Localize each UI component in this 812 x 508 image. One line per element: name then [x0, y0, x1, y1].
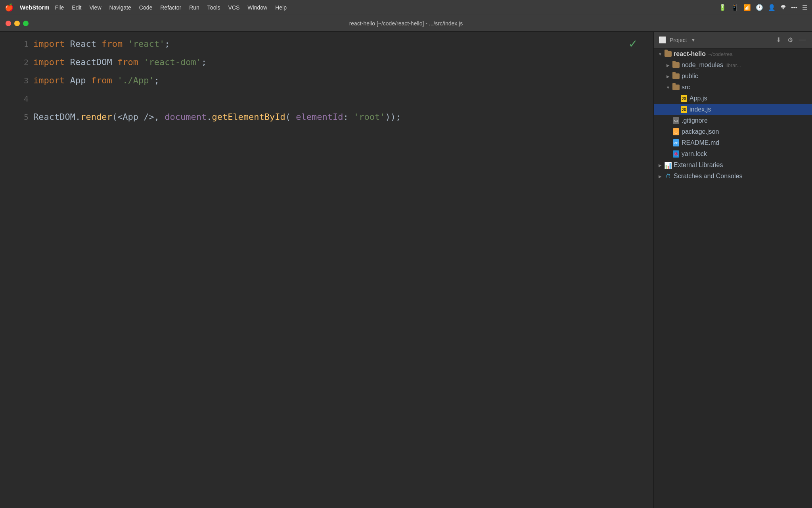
keyword-from-1: from: [102, 35, 128, 53]
semicolon-3: ;: [154, 71, 159, 90]
tree-item-readme[interactable]: MD README.md: [654, 137, 812, 148]
line-number-5: 5: [24, 108, 29, 126]
user-icon: 👤: [768, 4, 776, 11]
menu-run[interactable]: Run: [185, 3, 203, 12]
tree-label-scratches: Scratches and Consoles: [674, 173, 742, 180]
titlebar: react-hello [~/code/react-hello] - .../s…: [0, 15, 812, 32]
line-numbers: ▼ 1 ▶ 2 ▼ 3 4 ▶: [0, 32, 32, 508]
external-libs-icon: 📊: [664, 161, 672, 169]
window-title: react-hello [~/code/react-hello] - .../s…: [349, 20, 463, 27]
tree-label-readme: README.md: [682, 139, 719, 146]
tree-item-src[interactable]: ▼ src: [654, 82, 812, 93]
expand-public-icon[interactable]: ▶: [665, 73, 671, 79]
dot-1: .: [75, 108, 80, 126]
js-icon-index: JS: [680, 106, 688, 114]
tree-item-root[interactable]: ▼ react-hello ~/code/rea: [654, 48, 812, 60]
menubar: 🍎 WebStorm File Edit View Navigate Code …: [0, 0, 812, 15]
code-line-4: [32, 90, 653, 108]
gutter-line-1: ▼ 1: [0, 35, 29, 53]
fn-render: render: [80, 108, 112, 126]
list-icon: ☰: [802, 4, 807, 11]
apple-menu[interactable]: 🍎: [5, 3, 13, 12]
code-line-1: import React from 'react' ;: [32, 35, 653, 53]
json-icon-package: { }: [672, 128, 680, 136]
line-number-4: 4: [24, 90, 29, 108]
project-panel-icon: ⬜: [659, 36, 666, 44]
traffic-lights: [6, 21, 29, 26]
menu-navigate[interactable]: Navigate: [105, 3, 135, 12]
gutter-line-3: ▼ 3: [0, 71, 29, 90]
hide-panel-icon[interactable]: —: [798, 35, 807, 44]
js-icon-app: JS: [680, 94, 688, 102]
spacer-package-json: [665, 129, 671, 135]
gitignore-icon: GI: [672, 117, 680, 125]
tree-item-node-modules[interactable]: ▶ node_modules librar...: [654, 60, 812, 71]
expand-src-icon[interactable]: ▼: [665, 84, 671, 90]
wifi-icon: 📶: [743, 4, 751, 11]
menu-file[interactable]: File: [51, 3, 68, 12]
yarn-icon: 🧶: [672, 150, 680, 158]
collapse-all-icon[interactable]: ⬇: [774, 35, 783, 44]
tree-item-public[interactable]: ▶ public: [654, 71, 812, 82]
keyword-import-1: import: [33, 35, 70, 53]
settings-icon[interactable]: ⚙: [786, 35, 795, 44]
tree-item-yarn-lock[interactable]: 🧶 yarn.lock: [654, 148, 812, 160]
line-number-3: 3: [24, 71, 29, 90]
app-name[interactable]: WebStorm: [20, 4, 50, 11]
line-number-1: 1: [24, 35, 29, 53]
expand-scratches-icon[interactable]: ▶: [657, 173, 663, 179]
expand-node-modules-icon[interactable]: ▶: [665, 62, 671, 68]
md-icon-readme: MD: [672, 139, 680, 147]
string-root: 'root': [354, 108, 385, 126]
folder-icon-src: [672, 83, 680, 91]
tree-item-app-js[interactable]: JS App.js: [654, 93, 812, 104]
paren-open-2: (: [285, 108, 296, 126]
folder-icon-node-modules: [672, 61, 680, 69]
editor-area[interactable]: ▼ 1 ▶ 2 ▼ 3 4 ▶: [0, 32, 653, 508]
menu-view[interactable]: View: [85, 3, 105, 12]
code-lines[interactable]: import React from 'react' ; import React…: [32, 32, 653, 508]
tree-label-index-js: index.js: [689, 106, 711, 113]
tree-item-gitignore[interactable]: GI .gitignore: [654, 115, 812, 126]
sidebar-title: Project: [670, 37, 687, 43]
gutter-line-4: 4: [0, 90, 29, 108]
project-tree[interactable]: ▼ react-hello ~/code/rea ▶ node_modules …: [654, 48, 812, 508]
menu-code[interactable]: Code: [135, 3, 156, 12]
tree-label-external-libs: External Libraries: [674, 162, 723, 169]
check-indicator: ✓: [628, 37, 638, 50]
code-editor[interactable]: ▼ 1 ▶ 2 ▼ 3 4 ▶: [0, 32, 653, 508]
fn-getbyid: getElementById: [212, 108, 285, 126]
colon-1: :: [343, 108, 354, 126]
close-button[interactable]: [6, 21, 11, 26]
tree-item-index-js[interactable]: JS index.js: [654, 104, 812, 115]
tree-label-package-json: package.json: [682, 128, 719, 135]
minimize-button[interactable]: [14, 21, 20, 26]
menu-edit[interactable]: Edit: [68, 3, 85, 12]
webstorm-icon: 🌩: [780, 4, 786, 11]
spacer-readme: [665, 140, 671, 146]
tree-label-gitignore: .gitignore: [682, 117, 708, 124]
spacer-yarn-lock: [665, 151, 671, 157]
document-ref: document: [165, 108, 207, 126]
menu-vcs[interactable]: VCS: [224, 3, 244, 12]
maximize-button[interactable]: [23, 21, 29, 26]
spacer-gitignore: [665, 117, 671, 124]
tree-label-public: public: [682, 73, 698, 80]
tree-item-scratches[interactable]: ▶ ⏱ Scratches and Consoles: [654, 171, 812, 182]
scratches-icon: ⏱: [664, 172, 672, 180]
tree-item-external-libs[interactable]: ▶ 📊 External Libraries: [654, 160, 812, 171]
menu-tools[interactable]: Tools: [203, 3, 224, 12]
expand-root-icon[interactable]: ▼: [657, 51, 663, 57]
expand-external-libs-icon[interactable]: ▶: [657, 162, 663, 168]
keyword-import-3: import: [33, 71, 70, 90]
tree-secondary-root: ~/code/rea: [708, 51, 733, 57]
project-panel: ⬜ Project ▼ ⬇ ⚙ — ▼ react-hello ~/code/r…: [653, 32, 812, 508]
dropdown-arrow-icon[interactable]: ▼: [691, 37, 696, 43]
folder-icon-public: [672, 72, 680, 80]
menu-help[interactable]: Help: [271, 3, 291, 12]
tree-item-package-json[interactable]: { } package.json: [654, 126, 812, 137]
menu-window[interactable]: Window: [243, 3, 271, 12]
menu-refactor[interactable]: Refactor: [156, 3, 185, 12]
string-app-path: './App': [117, 71, 154, 90]
line-number-2: 2: [24, 53, 29, 71]
